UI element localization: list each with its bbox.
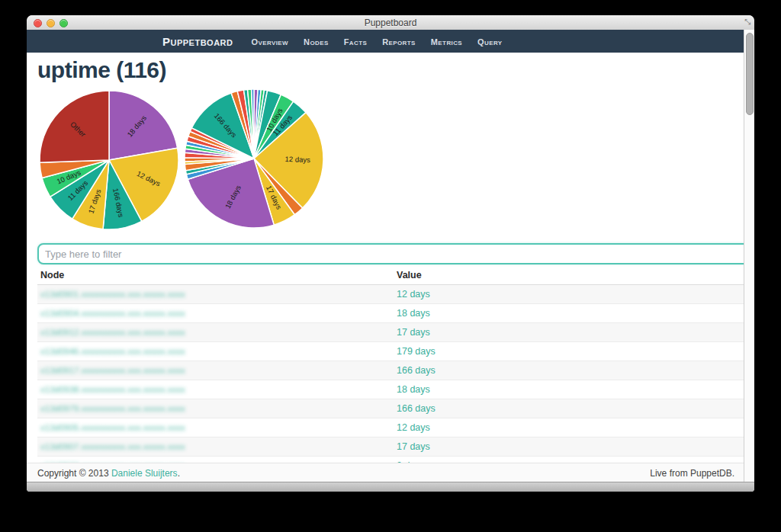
node-link-blurred[interactable]: x13d0946.xxxxxxxxxx.xxx.xxxxx.xxxx bbox=[40, 347, 185, 356]
table-row: x13d0904.xxxxxxxxxx.xxx.xxxxx.xxxx18 day… bbox=[37, 304, 744, 323]
resize-icon[interactable]: ⤡ bbox=[744, 18, 750, 27]
nav-item-query[interactable]: Query bbox=[477, 37, 503, 46]
nav-item-reports[interactable]: Reports bbox=[382, 37, 416, 46]
table-row: x13d0901.xxxxxxxxxx.xxx.xxxxx.xxxx12 day… bbox=[37, 285, 744, 304]
filter-input[interactable] bbox=[37, 243, 744, 264]
table-row: x13d0912.xxxxxxxxxx.xxx.xxxxx.xxxx17 day… bbox=[37, 323, 744, 342]
table-row: x13d0905.xxxxxxxxxx.xxx.xxxxx.xxxx12 day… bbox=[37, 418, 744, 437]
titlebar[interactable]: Puppetboard ⤡ bbox=[27, 15, 754, 30]
pie-slice-label: 12 days bbox=[285, 155, 311, 164]
copyright-suffix: . bbox=[178, 468, 180, 479]
scrollbar-track[interactable] bbox=[744, 30, 754, 482]
value-link[interactable]: 12 days bbox=[397, 422, 430, 433]
page-title: uptime (116) bbox=[37, 57, 166, 83]
table-row: x13d0979.xxxxxxxxxx.xxx.xxxxx.xxxx166 da… bbox=[37, 399, 744, 418]
node-link-blurred[interactable]: x13d0905.xxxxxxxxxx.xxx.xxxxx.xxxx bbox=[40, 423, 185, 432]
value-link[interactable]: 166 days bbox=[397, 403, 435, 414]
value-link[interactable]: 12 days bbox=[397, 289, 430, 300]
author-link[interactable]: Daniele Sluijters bbox=[111, 468, 178, 479]
nav-item-nodes[interactable]: Nodes bbox=[304, 37, 329, 46]
nav-item-facts[interactable]: Facts bbox=[344, 37, 368, 46]
column-header-value: Value bbox=[394, 266, 744, 285]
node-link-blurred[interactable]: x13d0907.xxxxxxxxxx.xxx.xxxxx.xxxx bbox=[40, 442, 185, 451]
table-header-row: Node Value bbox=[37, 266, 744, 285]
nav-items: OverviewNodesFactsReportsMetricsQuery bbox=[252, 34, 518, 48]
uptime-pie-grouped: 18 days12 days166 days17 days11 days10 d… bbox=[38, 89, 180, 231]
copyright-text: Copyright © 2013 Daniele Sluijters. bbox=[37, 468, 180, 479]
page-content: uptime (116) 18 days12 days166 days17 da… bbox=[27, 53, 744, 463]
value-link[interactable]: 166 days bbox=[397, 365, 435, 376]
nav-item-metrics[interactable]: Metrics bbox=[431, 37, 462, 46]
table-row: x13d0946.xxxxxxxxxx.xxx.xxxxx.xxxx179 da… bbox=[37, 342, 744, 361]
node-link-blurred[interactable]: x13d0904.xxxxxxxxxx.xxx.xxxxx.xxxx bbox=[40, 309, 185, 318]
fact-table: Node Value x13d0901.xxxxxxxxxx.xxx.xxxxx… bbox=[37, 266, 744, 463]
table-row: x13d0907.xxxxxxxxxx.xxx.xxxxx.xxxx17 day… bbox=[37, 437, 744, 457]
value-link[interactable]: 18 days bbox=[397, 308, 430, 319]
value-link[interactable]: 17 days bbox=[397, 327, 430, 338]
node-link-blurred[interactable]: x13d0938.xxxxxxxxxx.xxx.xxxxx.xxxx bbox=[40, 385, 185, 394]
value-link[interactable]: 18 days bbox=[397, 384, 430, 395]
node-link-blurred[interactable]: x13d0912.xxxxxxxxxx.xxx.xxxxx.xxxx bbox=[40, 328, 185, 337]
copyright-prefix: Copyright © 2013 bbox=[37, 468, 111, 479]
navbar: Puppetboard OverviewNodesFactsReportsMet… bbox=[27, 30, 744, 53]
node-link-blurred[interactable]: x13d0917.xxxxxxxxxx.xxx.xxxxx.xxxx bbox=[40, 366, 185, 375]
uptime-pie-detailed: 10 days11 days12 days17 days18 days166 d… bbox=[183, 88, 325, 229]
app-window: Puppetboard ⤡ Puppetboard OverviewNodesF… bbox=[27, 15, 754, 492]
footer: Copyright © 2013 Daniele Sluijters. Live… bbox=[27, 463, 754, 482]
nav-item-overview[interactable]: Overview bbox=[252, 37, 289, 46]
node-link-blurred[interactable]: x13d0979.xxxxxxxxxx.xxx.xxxxx.xxxx bbox=[40, 404, 185, 413]
window-title: Puppetboard bbox=[27, 18, 754, 28]
node-link-blurred[interactable]: x13d0901.xxxxxxxxxx.xxx.xxxxx.xxxx bbox=[40, 290, 185, 299]
table-row: x13d0938.xxxxxxxxxx.xxx.xxxxx.xxxx18 day… bbox=[37, 380, 744, 399]
column-header-node: Node bbox=[37, 266, 394, 285]
window-bottom-chrome bbox=[27, 482, 754, 492]
value-link[interactable]: 17 days bbox=[397, 441, 430, 452]
live-from-puppetdb-text: Live from PuppetDB. bbox=[650, 468, 734, 479]
value-link[interactable]: 179 days bbox=[397, 346, 435, 357]
brand-link[interactable]: Puppetboard bbox=[162, 35, 233, 48]
scrollbar-thumb[interactable] bbox=[746, 33, 754, 115]
table-row: x13d0923.xxxxxxxxxx.xxx.xxxxx.xxxx2 days bbox=[37, 457, 744, 463]
table-row: x13d0917.xxxxxxxxxx.xxx.xxxxx.xxxx166 da… bbox=[37, 361, 744, 380]
